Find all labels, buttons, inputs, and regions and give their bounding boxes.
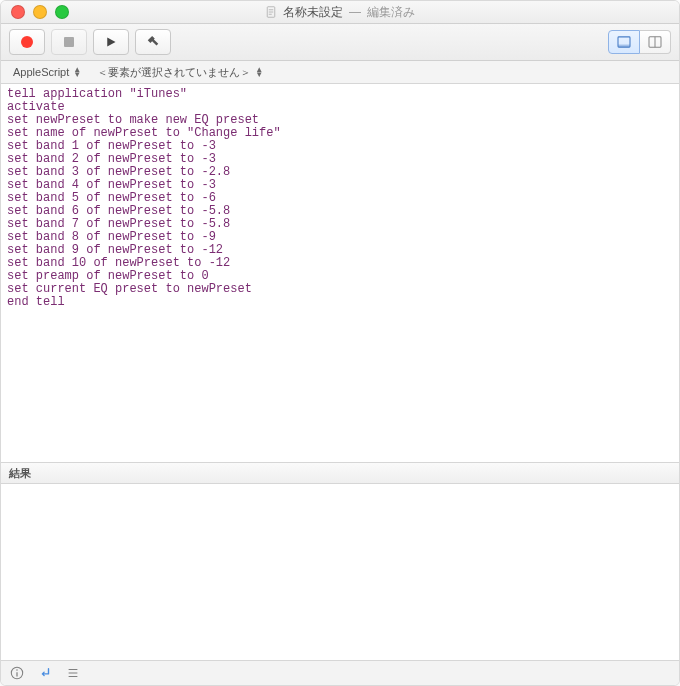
view-mode-script-button[interactable] — [608, 30, 640, 54]
return-icon[interactable] — [37, 665, 53, 681]
results-label: 結果 — [9, 466, 31, 481]
record-icon — [21, 36, 33, 48]
view-mode-log-button[interactable] — [640, 30, 671, 54]
hammer-icon — [146, 35, 160, 49]
view-mode-segment — [608, 30, 671, 54]
close-button[interactable] — [11, 5, 25, 19]
info-icon[interactable] — [9, 665, 25, 681]
chevron-updown-icon: ▲▼ — [255, 67, 263, 77]
element-select[interactable]: ＜要素が選択されていません＞ ▲▼ — [93, 65, 267, 80]
language-select-label: AppleScript — [13, 66, 69, 78]
title-separator: — — [349, 5, 361, 19]
minimize-button[interactable] — [33, 5, 47, 19]
language-select[interactable]: AppleScript ▲▼ — [9, 66, 85, 78]
record-button[interactable] — [9, 29, 45, 55]
document-icon — [265, 6, 277, 18]
stop-icon — [64, 37, 74, 47]
split-view-icon — [648, 36, 662, 48]
svg-marker-4 — [107, 38, 115, 47]
toolbar-group-left — [9, 29, 171, 55]
results-pane[interactable] — [1, 484, 679, 660]
play-icon — [105, 36, 117, 48]
element-select-label: ＜要素が選択されていません＞ — [97, 65, 251, 80]
zoom-button[interactable] — [55, 5, 69, 19]
status-bar — [1, 660, 679, 685]
svg-rect-0 — [267, 7, 275, 18]
list-icon[interactable] — [65, 665, 81, 681]
window-status: 編集済み — [367, 4, 415, 21]
toolbar — [1, 24, 679, 61]
svg-point-11 — [16, 669, 18, 671]
option-bar: AppleScript ▲▼ ＜要素が選択されていません＞ ▲▼ — [1, 61, 679, 84]
results-header[interactable]: 結果 — [1, 462, 679, 484]
svg-rect-6 — [618, 45, 630, 48]
chevron-updown-icon: ▲▼ — [73, 67, 81, 77]
code-editor[interactable]: tell application "iTunes" activate set n… — [1, 84, 679, 462]
stop-button[interactable] — [51, 29, 87, 55]
titlebar: 名称未設定 — 編集済み — [1, 1, 679, 24]
script-editor-window: 名称未設定 — 編集済み — [0, 0, 680, 686]
build-button[interactable] — [135, 29, 171, 55]
window-title: 名称未設定 — [283, 4, 343, 21]
title-group: 名称未設定 — 編集済み — [1, 4, 679, 21]
script-view-icon — [617, 36, 631, 48]
traffic-lights — [11, 5, 69, 19]
run-button[interactable] — [93, 29, 129, 55]
